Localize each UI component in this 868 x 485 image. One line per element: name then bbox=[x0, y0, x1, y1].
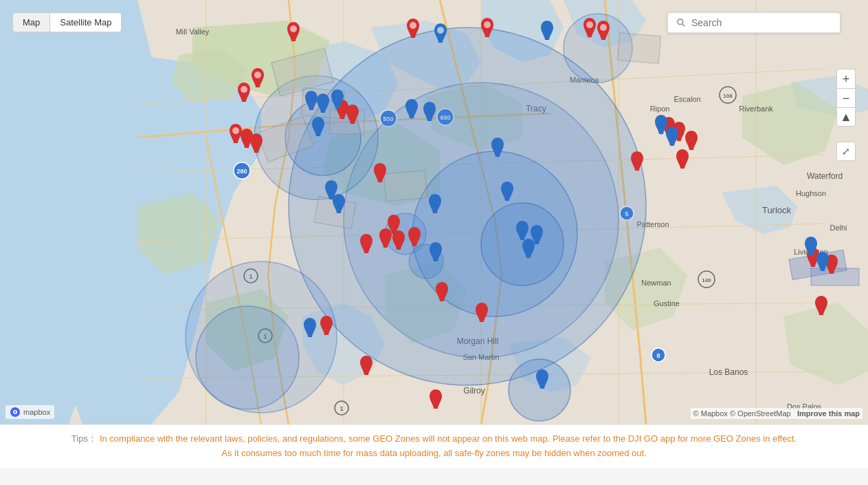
osm-attr-text: © OpenStreetMap bbox=[730, 409, 791, 418]
svg-point-47 bbox=[196, 306, 299, 409]
footer-line1: Tips：In compliance with the relevant law… bbox=[14, 432, 854, 446]
map-background: 680 5 580 280 1 1 1 108 140 8 bbox=[0, 0, 868, 424]
improve-link[interactable]: Improve this map bbox=[797, 409, 860, 418]
svg-point-64 bbox=[586, 21, 593, 28]
mapbox-logo-icon bbox=[10, 407, 21, 418]
svg-point-69 bbox=[437, 27, 444, 34]
svg-text:Turlock: Turlock bbox=[762, 205, 792, 215]
svg-point-66 bbox=[254, 72, 261, 78]
svg-text:Hughson: Hughson bbox=[796, 189, 826, 197]
svg-text:108: 108 bbox=[723, 93, 733, 99]
svg-text:Newman: Newman bbox=[641, 279, 671, 287]
svg-point-70 bbox=[678, 19, 683, 25]
search-icon bbox=[676, 18, 686, 28]
zoom-controls: + − ▲ bbox=[836, 69, 856, 127]
svg-text:140: 140 bbox=[702, 277, 711, 283]
svg-text:Ripon: Ripon bbox=[650, 105, 670, 113]
svg-text:280: 280 bbox=[236, 168, 247, 175]
footer-text-line1: In compliance with the relevant laws, po… bbox=[100, 433, 797, 444]
compass-btn[interactable]: ▲ bbox=[836, 107, 856, 127]
svg-point-65 bbox=[600, 24, 607, 31]
svg-point-62 bbox=[410, 22, 416, 29]
mapbox-logo: mapbox bbox=[5, 405, 54, 419]
map-type-controls: Map Satellite Map bbox=[12, 12, 122, 32]
svg-text:Escalon: Escalon bbox=[674, 95, 700, 103]
page-wrapper: 680 5 580 280 1 1 1 108 140 8 bbox=[0, 0, 868, 468]
svg-rect-57 bbox=[383, 170, 427, 201]
search-box bbox=[667, 12, 841, 33]
tips-label: Tips： bbox=[71, 433, 97, 444]
footer-line2: As it consumes too much time for mass da… bbox=[14, 446, 854, 461]
svg-point-61 bbox=[290, 25, 297, 32]
svg-text:8: 8 bbox=[656, 352, 660, 359]
svg-text:Los Banos: Los Banos bbox=[709, 367, 748, 377]
zoom-in-btn[interactable]: + bbox=[836, 69, 856, 88]
svg-text:1: 1 bbox=[340, 405, 343, 412]
search-input[interactable] bbox=[691, 17, 832, 28]
svg-point-43 bbox=[481, 203, 564, 285]
footer-text-line2: As it consumes too much time for mass da… bbox=[221, 448, 647, 458]
svg-point-68 bbox=[232, 127, 239, 134]
svg-point-67 bbox=[241, 86, 247, 93]
svg-text:Riverbank: Riverbank bbox=[739, 105, 773, 113]
svg-text:Waterford: Waterford bbox=[807, 171, 843, 181]
svg-text:Gilroy: Gilroy bbox=[463, 386, 485, 396]
svg-point-63 bbox=[484, 21, 491, 28]
zoom-out-btn[interactable]: − bbox=[836, 88, 856, 107]
map-attribution: © Mapbox © OpenStreetMap Improve this ma… bbox=[691, 408, 863, 419]
svg-text:Mill Valley: Mill Valley bbox=[176, 28, 210, 36]
svg-text:Delhi: Delhi bbox=[830, 224, 847, 232]
map-container: 680 5 580 280 1 1 1 108 140 8 bbox=[0, 0, 868, 424]
svg-point-48 bbox=[509, 359, 570, 421]
svg-point-74 bbox=[14, 411, 16, 413]
footer-tips: Tips：In compliance with the relevant law… bbox=[0, 424, 868, 468]
map-btn[interactable]: Map bbox=[12, 12, 49, 32]
mapbox-attr: © Mapbox bbox=[693, 409, 728, 418]
satellite-btn[interactable]: Satellite Map bbox=[49, 12, 122, 32]
svg-rect-60 bbox=[617, 32, 660, 63]
svg-text:Gustine: Gustine bbox=[654, 299, 680, 308]
svg-rect-59 bbox=[811, 268, 859, 285]
fullscreen-btn[interactable]: ⤢ bbox=[836, 142, 856, 161]
mapbox-text: mapbox bbox=[23, 408, 50, 416]
svg-line-71 bbox=[682, 24, 685, 27]
